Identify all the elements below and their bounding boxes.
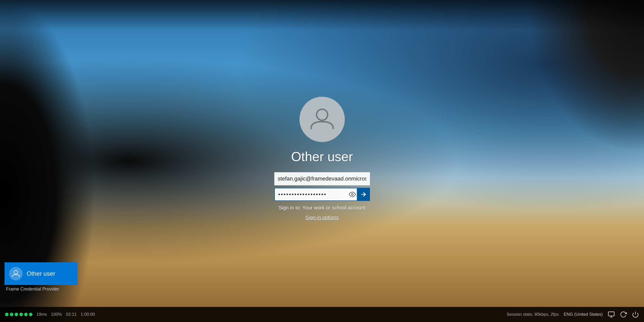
ping-stat: 19ms <box>36 312 47 317</box>
password-row <box>274 188 370 201</box>
status-dot-1 <box>5 313 9 316</box>
status-dot-3 <box>15 313 18 316</box>
taskbar-left: 19ms 100% 02:11 1:00:00 <box>5 312 507 317</box>
power-button[interactable] <box>632 311 639 318</box>
username-display: Other user <box>291 149 353 164</box>
language-indicator: ENG (United States) <box>564 312 603 317</box>
svg-rect-4 <box>608 312 614 316</box>
time-stat: 02:11 <box>66 312 77 317</box>
login-panel: Other user Sign in to: Your work or scho… <box>262 97 383 221</box>
email-input[interactable] <box>274 172 370 185</box>
svg-point-0 <box>317 109 328 120</box>
top-dark-overlay <box>0 0 644 30</box>
taskbar: 19ms 100% 02:11 1:00:00 Session stats: 8… <box>0 307 644 322</box>
status-dot-2 <box>10 313 13 316</box>
refresh-button[interactable] <box>620 311 627 318</box>
user-tile[interactable]: Other user <box>5 262 78 285</box>
sign-in-submit-button[interactable] <box>357 188 370 201</box>
zoom-stat: 100% <box>51 312 62 317</box>
status-dot-6 <box>29 313 32 316</box>
sign-in-options-button[interactable]: Sign-in options <box>305 215 338 221</box>
svg-point-3 <box>14 270 18 274</box>
show-password-button[interactable] <box>348 190 357 199</box>
duration-stat: 1:00:00 <box>81 312 95 317</box>
monitor-button[interactable] <box>608 311 615 318</box>
taskbar-right: Session stats: 80kbps, 2fps ENG (United … <box>507 311 639 318</box>
credential-provider-label: Frame Credential Provider <box>6 287 59 292</box>
status-dot-4 <box>19 313 23 316</box>
user-tile-avatar <box>9 267 23 280</box>
status-dots <box>5 313 32 316</box>
sign-in-hint: Sign in to: Your work or school account <box>279 205 365 211</box>
person-icon <box>308 105 336 134</box>
user-tile-name: Other user <box>27 270 55 277</box>
bottom-user-tile-container: Other user Frame Credential Provider <box>5 262 78 292</box>
session-stats-label: Session stats: 80kbps, 2fps <box>507 312 559 317</box>
status-dot-5 <box>24 313 28 316</box>
svg-point-1 <box>351 193 353 195</box>
user-avatar <box>299 97 345 142</box>
